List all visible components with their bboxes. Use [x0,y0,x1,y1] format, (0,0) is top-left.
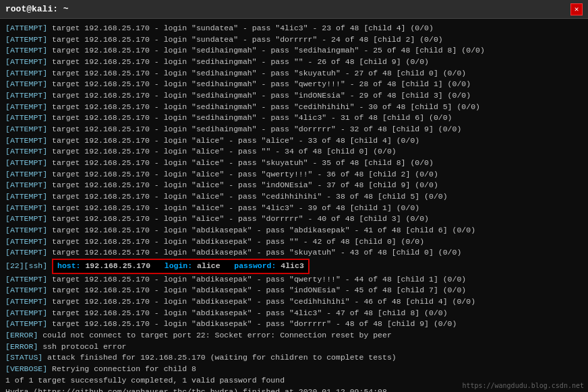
terminal-line: [ATTEMPT] target 192.168.25.170 - login … [5,225,583,236]
terminal-line: [ATTEMPT] target 192.168.25.170 - login … [5,169,583,181]
terminal-line: [ATTEMPT] target 192.168.25.170 - login … [5,45,583,57]
terminal-line: [ATTEMPT] target 192.168.25.170 - login … [5,236,583,248]
terminal-line: [ATTEMPT] target 192.168.25.170 - login … [5,23,583,34]
terminal-line: [ATTEMPT] target 192.168.25.170 - login … [5,112,583,124]
terminal-line: [VERBOSE] Retrying connection for child … [5,364,583,375]
terminal-line: [ATTEMPT] target 192.168.25.170 - login … [5,158,583,169]
terminal-line: [ERROR] ssh protocol error [5,341,583,353]
terminal-line: [ATTEMPT] target 192.168.25.170 - login … [5,308,583,319]
terminal-line: [22][ssh] host: 192.168.25.170 login: al… [5,259,583,274]
terminal-line: [ATTEMPT] target 192.168.25.170 - login … [5,247,583,259]
terminal-line: [ERROR] could not connect to target port… [5,330,583,341]
terminal-line: [ATTEMPT] target 192.168.25.170 - login … [5,90,583,102]
terminal: [ATTEMPT] target 192.168.25.170 - login … [0,19,588,392]
terminal-line: [ATTEMPT] target 192.168.25.170 - login … [5,68,583,79]
found-text: found [262,376,285,385]
terminal-line: [STATUS] attack finished for 192.168.25.… [5,352,583,364]
terminal-line: [ATTEMPT] target 192.168.25.170 - login … [5,285,583,296]
terminal-line: [ATTEMPT] target 192.168.25.170 - login … [5,124,583,135]
terminal-line: [ATTEMPT] target 192.168.25.170 - login … [5,203,583,214]
terminal-line: [ATTEMPT] target 192.168.25.170 - login … [5,180,583,191]
terminal-line: [ATTEMPT] target 192.168.25.170 - login … [5,191,583,203]
terminal-line: [ATTEMPT] target 192.168.25.170 - login … [5,135,583,147]
terminal-line: [ATTEMPT] target 192.168.25.170 - login … [5,102,583,113]
title-bar: root@kali: ~ ✕ [0,0,588,19]
terminal-line: [ATTEMPT] target 192.168.25.170 - login … [5,274,583,286]
terminal-line: [ATTEMPT] target 192.168.25.170 - login … [5,319,583,330]
terminal-line: [ATTEMPT] target 192.168.25.170 - login … [5,214,583,225]
terminal-line: [ATTEMPT] target 192.168.25.170 - login … [5,34,583,46]
terminal-line: [ATTEMPT] target 192.168.25.170 - login … [5,296,583,308]
terminal-line: [ATTEMPT] target 192.168.25.170 - login … [5,57,583,68]
terminal-line: [ATTEMPT] target 192.168.25.170 - login … [5,79,583,90]
watermark: https://wangdudu.blog.csdn.net [462,382,584,389]
close-button[interactable]: ✕ [570,3,583,15]
terminal-line: [ATTEMPT] target 192.168.25.170 - login … [5,146,583,158]
title-text: root@kali: ~ [5,4,69,14]
